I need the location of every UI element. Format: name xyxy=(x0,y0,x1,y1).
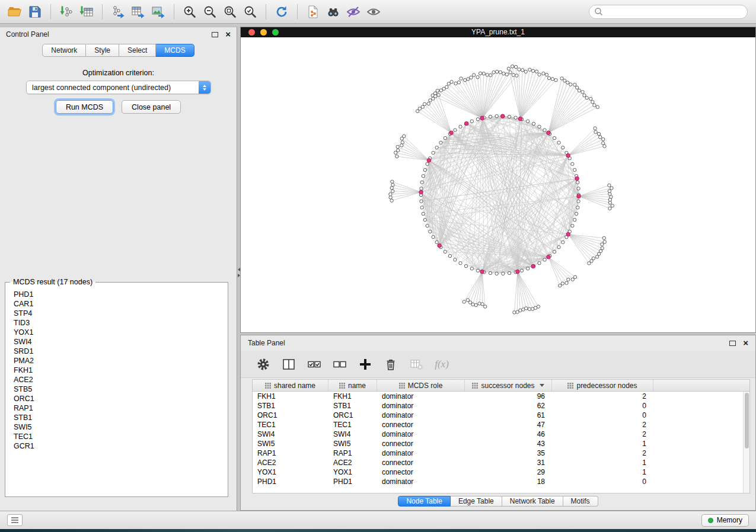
column-header-name[interactable]: name xyxy=(328,380,377,391)
mcds-result-item[interactable]: STP4 xyxy=(14,309,219,318)
cell-mcds_role: connector xyxy=(377,421,465,429)
create-column-button[interactable] xyxy=(357,356,374,373)
tab-node-table[interactable]: Node Table xyxy=(398,496,451,507)
export-image-button[interactable] xyxy=(148,2,168,21)
mcds-result-item[interactable]: SWI5 xyxy=(14,422,219,432)
table-row[interactable]: ACE2ACE2connector311 xyxy=(253,458,743,467)
table-row[interactable]: RAP1RAP1dominator352 xyxy=(253,448,743,458)
delete-column-button[interactable] xyxy=(382,356,399,373)
show-panels-button[interactable] xyxy=(7,514,23,526)
tab-select[interactable]: Select xyxy=(119,44,156,57)
tab-motifs[interactable]: Motifs xyxy=(563,496,598,507)
table-scrollbar[interactable] xyxy=(743,392,749,493)
optimization-dropdown[interactable]: largest connected component (undirected) xyxy=(26,81,211,94)
mcds-result-item[interactable]: SRD1 xyxy=(14,347,219,356)
window-maximize-button[interactable] xyxy=(272,29,279,36)
tab-edge-table[interactable]: Edge Table xyxy=(451,496,502,507)
table-row[interactable]: SWI5SWI5connector431 xyxy=(253,439,743,448)
close-panel-icon[interactable]: × xyxy=(743,339,748,347)
column-header-predecessor-nodes[interactable]: predecessor nodes xyxy=(552,380,653,391)
hide-details-button[interactable] xyxy=(343,2,363,21)
circular-arrows-icon xyxy=(274,4,289,20)
mcds-result-item[interactable]: YOX1 xyxy=(14,328,219,337)
table-row[interactable]: FKH1FKH1dominator962 xyxy=(253,392,743,401)
memory-button[interactable]: Memory xyxy=(701,514,749,527)
column-header-shared-name[interactable]: shared name xyxy=(253,380,328,391)
network-search-box[interactable] xyxy=(589,5,748,19)
binoculars-icon xyxy=(326,4,341,20)
cell-successor_nodes: 62 xyxy=(465,402,552,410)
dropdown-selected-value: largest connected component (undirected) xyxy=(27,84,199,92)
search-icon xyxy=(594,7,603,16)
zoom-selected-button[interactable] xyxy=(240,2,260,21)
network-canvas[interactable] xyxy=(241,37,755,332)
table-panel-title: Table Panel xyxy=(248,339,285,347)
zoom-fit-button[interactable] xyxy=(220,2,240,21)
float-panel-icon[interactable] xyxy=(729,341,736,346)
export-table-icon xyxy=(130,4,146,20)
run-mcds-button[interactable]: Run MCDS xyxy=(56,100,113,114)
export-table-button[interactable] xyxy=(128,2,148,21)
mcds-result-item[interactable]: CAR1 xyxy=(14,299,219,309)
table-row[interactable]: STB1STB1dominator620 xyxy=(253,401,743,411)
search-input[interactable] xyxy=(605,8,742,16)
import-table-button[interactable] xyxy=(76,2,97,21)
cell-shared_name: ORC1 xyxy=(253,411,328,419)
close-panel-button[interactable]: Close panel xyxy=(122,100,181,114)
tab-network[interactable]: Network xyxy=(42,44,86,57)
table-mode-button[interactable] xyxy=(255,356,272,373)
memory-status-icon xyxy=(708,518,713,523)
deselect-all-button[interactable] xyxy=(331,356,348,373)
select-all-button[interactable] xyxy=(306,356,323,373)
float-panel-icon[interactable] xyxy=(212,32,218,37)
mcds-result-item[interactable]: FKH1 xyxy=(14,366,219,375)
column-header-successor-nodes[interactable]: successor nodes xyxy=(465,380,552,391)
table-row[interactable]: YOX1YOX1connector291 xyxy=(253,467,743,477)
mcds-result-item[interactable]: RAP1 xyxy=(14,403,219,413)
cell-shared_name: STB1 xyxy=(253,402,328,410)
import-network-button[interactable] xyxy=(56,2,76,21)
table-row[interactable]: PHD1PHD1dominator180 xyxy=(253,477,743,486)
tab-network-table[interactable]: Network Table xyxy=(502,496,563,507)
mcds-result-item[interactable]: ORC1 xyxy=(14,394,219,403)
network-view-window: YPA_prune.txt_1 xyxy=(240,27,756,333)
close-panel-icon[interactable]: × xyxy=(225,31,231,38)
zoom-out-button[interactable] xyxy=(200,2,220,21)
export-document-button[interactable] xyxy=(303,2,323,21)
table-row[interactable]: TEC1TEC1connector472 xyxy=(253,420,743,430)
scrollbar-thumb[interactable] xyxy=(745,393,749,448)
eye-slash-icon xyxy=(346,4,361,20)
table-header-row: shared namenameMCDS rolesuccessor nodesp… xyxy=(253,380,749,392)
mcds-result-item[interactable]: SWI4 xyxy=(14,337,219,347)
tab-style[interactable]: Style xyxy=(86,44,119,57)
tab-mcds[interactable]: MCDS xyxy=(156,44,194,57)
window-close-button[interactable] xyxy=(248,29,255,36)
export-network-button[interactable] xyxy=(108,2,128,21)
mcds-result-item[interactable]: GCR1 xyxy=(14,441,219,451)
show-details-button[interactable] xyxy=(363,2,384,21)
open-session-button[interactable] xyxy=(5,2,25,21)
column-header-MCDS-role[interactable]: MCDS role xyxy=(377,380,465,391)
cell-name: SWI4 xyxy=(328,430,377,438)
mcds-result-item[interactable]: ACE2 xyxy=(14,375,219,384)
show-columns-button[interactable] xyxy=(280,356,297,373)
cell-predecessor_nodes: 0 xyxy=(552,477,653,486)
cell-mcds_role: dominator xyxy=(377,402,465,410)
zoom-in-button[interactable] xyxy=(180,2,200,21)
mcds-result-item[interactable]: STB5 xyxy=(14,384,219,394)
table-row[interactable]: ORC1ORC1dominator610 xyxy=(253,411,743,420)
save-session-button[interactable] xyxy=(25,2,45,21)
mcds-result-item[interactable]: TEC1 xyxy=(14,432,219,441)
table-panel: Table Panel × xyxy=(240,335,756,511)
apply-layout-button[interactable] xyxy=(272,2,292,21)
mcds-result-item[interactable]: STB1 xyxy=(14,413,219,422)
mcds-result-item[interactable]: PHD1 xyxy=(14,290,219,299)
mcds-result-item[interactable]: TID3 xyxy=(14,318,219,328)
cell-mcds_role: connector xyxy=(377,440,465,448)
table-row[interactable]: SWI4SWI4dominator462 xyxy=(253,430,743,439)
search-neighbors-button[interactable] xyxy=(323,2,343,21)
window-minimize-button[interactable] xyxy=(260,29,267,36)
cell-successor_nodes: 46 xyxy=(465,430,552,438)
mcds-result-list[interactable]: PHD1CAR1STP4TID3YOX1SWI4SRD1PMA2FKH1ACE2… xyxy=(5,286,228,492)
mcds-result-item[interactable]: PMA2 xyxy=(14,356,219,366)
